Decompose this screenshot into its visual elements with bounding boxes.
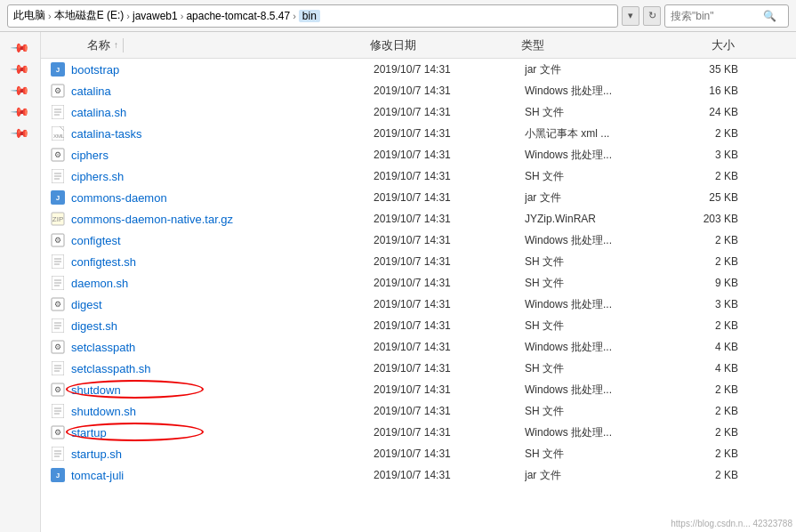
file-type: 小黑记事本 xml ... (525, 126, 676, 141)
table-row[interactable]: startup.sh 2019/10/7 14:31 SH 文件 2 KB (41, 443, 796, 464)
file-name[interactable]: catalina.sh (71, 106, 374, 119)
file-name[interactable]: digest (71, 298, 374, 311)
col-header-date[interactable]: 修改日期 (370, 37, 521, 53)
file-type: jar 文件 (525, 468, 676, 483)
file-size: 3 KB (676, 149, 747, 161)
file-type: Windows 批处理... (525, 148, 676, 163)
table-row[interactable]: ciphers.sh 2019/10/7 14:31 SH 文件 2 KB (41, 165, 796, 187)
file-size: 3 KB (676, 298, 747, 310)
file-name[interactable]: shutdown.sh (71, 405, 374, 418)
file-type: SH 文件 (525, 169, 676, 184)
file-name[interactable]: configtest (71, 234, 374, 247)
table-row[interactable]: ZIP commons-daemon-native.tar.gz 2019/10… (41, 208, 796, 230)
pin-icon-1[interactable]: 📌 (8, 35, 33, 60)
table-row[interactable]: XML catalina-tasks 2019/10/7 14:31 小黑记事本… (41, 123, 796, 144)
file-name[interactable]: commons-daemon (71, 191, 374, 205)
file-type: SH 文件 (525, 447, 676, 462)
file-size: 2 KB (676, 170, 747, 182)
file-size: 2 KB (676, 127, 747, 140)
file-date: 2019/10/7 14:31 (374, 469, 525, 481)
breadcrumb-item[interactable]: javaweb1 (133, 10, 178, 22)
file-icon (50, 276, 66, 290)
table-row[interactable]: catalina.sh 2019/10/7 14:31 SH 文件 24 KB (41, 101, 796, 123)
svg-text:⚙: ⚙ (54, 150, 61, 159)
file-icon (50, 254, 66, 269)
table-row[interactable]: ⚙ digest 2019/10/7 14:31 Windows 批处理... … (41, 294, 796, 315)
file-name[interactable]: catalina (71, 85, 374, 98)
pin-icon-3[interactable]: 📌 (8, 77, 33, 102)
table-row[interactable]: digest.sh 2019/10/7 14:31 SH 文件 2 KB (41, 315, 796, 336)
search-input[interactable] (671, 10, 760, 22)
breadcrumb-item[interactable]: 此电脑 (13, 8, 45, 23)
refresh-btn[interactable]: ↻ (643, 6, 661, 26)
table-row[interactable]: ⚙ setclasspath 2019/10/7 14:31 Windows 批… (41, 336, 796, 358)
table-row[interactable]: setclasspath.sh 2019/10/7 14:31 SH 文件 4 … (41, 358, 796, 379)
breadcrumb-container[interactable]: 此电脑›本地磁盘E (E:)›javaweb1›apache-tomcat-8.… (7, 4, 618, 28)
file-date: 2019/10/7 14:31 (374, 405, 525, 417)
file-type: jar 文件 (525, 190, 676, 206)
file-name[interactable]: startup.sh (71, 447, 374, 461)
table-row[interactable]: ⚙ shutdown 2019/10/7 14:31 Windows 批处理..… (41, 379, 796, 400)
file-icon: ⚙ (50, 84, 66, 98)
file-name[interactable]: configtest.sh (71, 255, 374, 269)
file-type: Windows 批处理... (525, 297, 676, 312)
pin-icon-5[interactable]: 📌 (8, 120, 33, 145)
table-row[interactable]: J commons-daemon 2019/10/7 14:31 jar 文件 … (41, 187, 796, 208)
file-name[interactable]: digest.sh (71, 319, 374, 333)
file-name[interactable]: setclasspath (71, 341, 374, 354)
svg-text:⚙: ⚙ (54, 343, 61, 351)
file-size: 2 KB (676, 255, 747, 268)
file-name[interactable]: catalina-tasks (71, 127, 374, 141)
file-type: SH 文件 (525, 404, 676, 419)
col-header-size[interactable]: 大小 (672, 37, 744, 53)
file-size: 4 KB (676, 341, 747, 353)
file-size: 16 KB (676, 85, 747, 97)
breadcrumb-item[interactable]: apache-tomcat-8.5.47 (186, 10, 290, 22)
file-icon (50, 361, 66, 375)
pin-icon-2[interactable]: 📌 (8, 56, 33, 81)
table-row[interactable]: J bootstrap 2019/10/7 14:31 jar 文件 35 KB (41, 59, 796, 80)
file-name[interactable]: bootstrap (71, 63, 374, 77)
table-row[interactable]: J tomcat-juli 2019/10/7 14:31 jar 文件 2 K… (41, 464, 796, 486)
table-row[interactable]: shutdown.sh 2019/10/7 14:31 SH 文件 2 KB (41, 400, 796, 422)
table-row[interactable]: ⚙ startup 2019/10/7 14:31 Windows 批处理...… (41, 422, 796, 443)
watermark: https://blog.csdn.n... 42323788 (671, 519, 792, 528)
breadcrumb-item[interactable]: bin (299, 10, 320, 22)
file-icon (50, 447, 66, 461)
file-name[interactable]: commons-daemon-native.tar.gz (71, 213, 374, 226)
file-type: SH 文件 (525, 254, 676, 270)
svg-text:⚙: ⚙ (54, 428, 61, 437)
table-row[interactable]: ⚙ catalina 2019/10/7 14:31 Windows 批处理..… (41, 80, 796, 101)
file-icon: ⚙ (50, 340, 66, 354)
file-date: 2019/10/7 14:31 (374, 170, 525, 182)
col-header-type[interactable]: 类型 (521, 37, 672, 53)
breadcrumb-item[interactable]: 本地磁盘E (E:) (54, 8, 125, 23)
file-size: 2 KB (676, 383, 747, 396)
table-row[interactable]: daemon.sh 2019/10/7 14:31 SH 文件 9 KB (41, 272, 796, 294)
file-name[interactable]: startup (71, 426, 374, 439)
file-name[interactable]: daemon.sh (71, 277, 374, 290)
file-name[interactable]: setclasspath.sh (71, 362, 374, 375)
table-row[interactable]: ⚙ ciphers 2019/10/7 14:31 Windows 批处理...… (41, 144, 796, 165)
table-row[interactable]: ⚙ configtest 2019/10/7 14:31 Windows 批处理… (41, 230, 796, 251)
file-icon (50, 404, 66, 418)
file-date: 2019/10/7 14:31 (374, 447, 525, 460)
file-date: 2019/10/7 14:31 (374, 149, 525, 161)
file-name[interactable]: ciphers.sh (71, 170, 374, 183)
file-icon: J (50, 468, 66, 482)
file-type: Windows 批处理... (525, 233, 676, 248)
file-icon: J (50, 190, 66, 205)
svg-text:⚙: ⚙ (54, 236, 61, 245)
table-row[interactable]: configtest.sh 2019/10/7 14:31 SH 文件 2 KB (41, 251, 796, 272)
file-type: Windows 批处理... (525, 84, 676, 99)
file-name[interactable]: ciphers (71, 149, 374, 162)
file-type: SH 文件 (525, 318, 676, 334)
file-name[interactable]: tomcat-juli (71, 469, 374, 482)
col-header-name[interactable]: 名称 ↑ (41, 37, 370, 53)
pin-icon-4[interactable]: 📌 (8, 99, 33, 124)
file-name[interactable]: shutdown (71, 383, 374, 397)
file-type: SH 文件 (525, 361, 676, 376)
search-box[interactable]: 🔍 (664, 4, 789, 28)
dropdown-btn[interactable]: ▾ (622, 6, 639, 26)
file-icon (50, 105, 66, 119)
